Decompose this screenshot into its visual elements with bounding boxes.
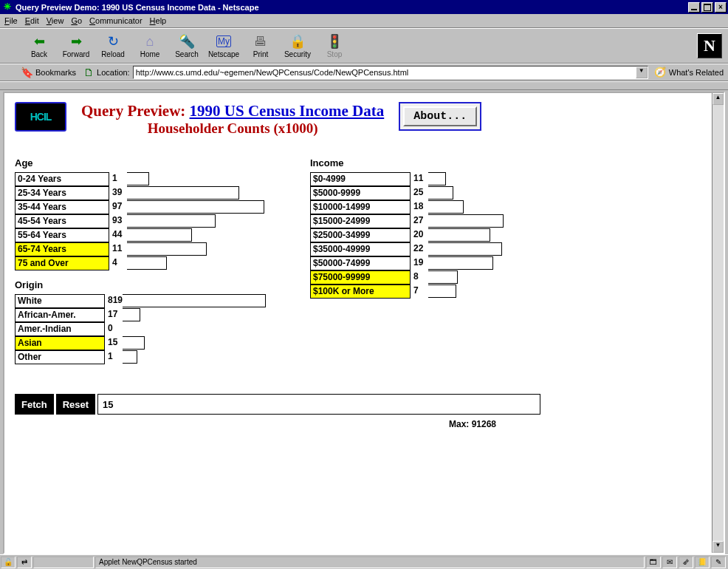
- facet-row: $35000-4999922: [310, 242, 504, 256]
- header-row: HCIL Query Preview: 1990 US Census Incom…: [15, 102, 701, 137]
- facet-label[interactable]: $25000-34999: [310, 228, 411, 242]
- facet-label[interactable]: 25-34 Years: [15, 186, 109, 200]
- statusbar: 🔓 ⇄ Applet NewQPCensus started 🗔 ✉ 🗞 📒 ✎: [0, 554, 728, 569]
- security-button[interactable]: 🔒 Security: [279, 30, 316, 61]
- reset-button[interactable]: Reset: [56, 394, 95, 415]
- facet-count: 44: [109, 228, 127, 242]
- facet-count: 97: [109, 200, 127, 214]
- tray-news-icon[interactable]: 🗞: [679, 556, 693, 568]
- location-dropdown-button[interactable]: ▼: [636, 67, 648, 78]
- facet-bar: [428, 284, 456, 298]
- facet-bar: [428, 186, 453, 200]
- facet-label[interactable]: 55-64 Years: [15, 228, 109, 242]
- search-icon: 🔦: [179, 33, 195, 50]
- facet-count: 7: [411, 284, 428, 299]
- facet-count: 11: [109, 242, 127, 256]
- stop-button[interactable]: 🚦 Stop: [316, 30, 353, 61]
- stop-label: Stop: [327, 50, 343, 58]
- facet-label[interactable]: African-Amer.: [15, 308, 105, 322]
- minimize-button[interactable]: [688, 2, 700, 13]
- maximize-button[interactable]: [701, 2, 713, 13]
- tab-strip: [0, 81, 728, 90]
- title-link[interactable]: 1990 US Census Income Data: [190, 102, 385, 120]
- facet-row: $75000-999998: [310, 270, 504, 284]
- facet-label[interactable]: $0-4999: [310, 172, 411, 186]
- menu-go[interactable]: Go: [71, 16, 82, 25]
- search-button[interactable]: 🔦 Search: [168, 30, 205, 61]
- facet-label[interactable]: $35000-49999: [310, 242, 411, 256]
- facet-count: 0: [105, 322, 123, 336]
- facet-label[interactable]: 35-44 Years: [15, 200, 109, 214]
- scroll-up-button[interactable]: ▲: [712, 93, 724, 105]
- facet-row: Other1: [15, 350, 266, 364]
- facet-bar: [127, 186, 239, 200]
- security-label: Security: [284, 50, 311, 58]
- fetch-button[interactable]: Fetch: [15, 394, 54, 415]
- vertical-scrollbar[interactable]: ▲ ▼: [712, 93, 724, 553]
- tray-addr-icon[interactable]: 📒: [695, 556, 710, 568]
- close-button[interactable]: ×: [715, 2, 727, 13]
- title-prefix: Query Preview:: [81, 102, 190, 120]
- facet-label[interactable]: $5000-9999: [310, 186, 411, 200]
- menu-view[interactable]: View: [47, 16, 64, 25]
- status-online-icon[interactable]: ⇄: [17, 556, 32, 568]
- my-icon: My: [216, 33, 232, 50]
- facet-label[interactable]: $10000-14999: [310, 200, 411, 214]
- facet-label[interactable]: 65-74 Years: [15, 242, 109, 256]
- netscape-button[interactable]: My Netscape: [205, 30, 242, 61]
- facet-row: Asian15: [15, 336, 266, 350]
- whats-related-button[interactable]: 🧭 What's Related: [654, 67, 724, 78]
- tray-nav-icon[interactable]: 🗔: [646, 556, 661, 568]
- facet-income: Income $0-499911$5000-999925$10000-14999…: [310, 157, 504, 364]
- facet-bar: [123, 294, 266, 307]
- facet-label[interactable]: $75000-99999: [310, 270, 411, 284]
- result-bar: 15: [97, 394, 540, 415]
- reload-button[interactable]: ↻ Reload: [95, 30, 131, 61]
- forward-button[interactable]: ➡ Forward: [58, 30, 95, 61]
- menu-help[interactable]: Help: [150, 16, 167, 25]
- facet-bar: [127, 242, 207, 256]
- app-icon: ✳: [1, 1, 13, 13]
- menubar: File Edit View Go Communicator Help: [0, 14, 728, 28]
- facet-label[interactable]: 75 and Over: [15, 256, 109, 270]
- tray-mail-icon[interactable]: ✉: [662, 556, 677, 568]
- facet-label[interactable]: $15000-24999: [310, 214, 411, 228]
- location-drag-icon[interactable]: 🗋 Location:: [83, 67, 130, 78]
- facet-label[interactable]: Amer.-Indian: [15, 322, 105, 336]
- home-button[interactable]: ⌂ Home: [131, 30, 168, 61]
- tray-comp-icon[interactable]: ✎: [711, 556, 726, 568]
- bookmarks-icon: 🔖: [21, 67, 34, 78]
- location-label: Location:: [97, 68, 130, 77]
- facet-bar: [123, 336, 145, 350]
- content-area: HCIL Query Preview: 1990 US Census Incom…: [3, 92, 725, 554]
- scroll-down-button[interactable]: ▼: [712, 541, 724, 553]
- home-label: Home: [140, 50, 160, 58]
- status-text: Applet NewQPCensus started: [95, 556, 645, 568]
- menu-file[interactable]: File: [4, 16, 18, 25]
- facet-label[interactable]: Asian: [15, 336, 105, 350]
- facet-label[interactable]: 45-54 Years: [15, 214, 109, 228]
- status-security-icon[interactable]: 🔓: [1, 556, 16, 568]
- bookmarks-button[interactable]: 🔖 Bookmarks: [21, 67, 76, 78]
- menu-edit[interactable]: Edit: [25, 16, 39, 25]
- facet-count: 15: [105, 336, 123, 350]
- back-button[interactable]: ⬅ Back: [21, 30, 58, 61]
- facet-bar: [428, 256, 493, 270]
- facet-label[interactable]: $50000-74999: [310, 256, 411, 270]
- facet-label[interactable]: White: [15, 294, 105, 308]
- location-input[interactable]: [134, 68, 636, 77]
- facet-row: $100K or More7: [310, 284, 504, 299]
- facet-label[interactable]: 0-24 Years: [15, 172, 109, 186]
- facet-bar: [127, 214, 216, 228]
- facet-label[interactable]: Other: [15, 350, 105, 364]
- print-button[interactable]: 🖶 Print: [242, 30, 279, 61]
- facet-count: 25: [411, 186, 428, 200]
- facet-row: $50000-7499919: [310, 256, 504, 270]
- facet-row: 45-54 Years93: [15, 214, 266, 228]
- menu-communicator[interactable]: Communicator: [89, 16, 142, 25]
- reload-label: Reload: [101, 50, 125, 58]
- about-button[interactable]: About...: [399, 102, 481, 131]
- facet-bar: [428, 214, 504, 228]
- scroll-track[interactable]: [712, 105, 724, 541]
- facet-label[interactable]: $100K or More: [310, 284, 411, 299]
